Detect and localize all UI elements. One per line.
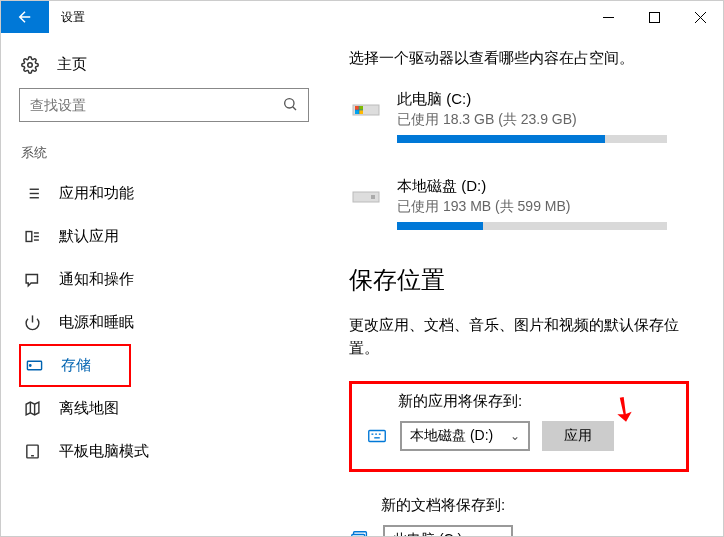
svg-rect-11 (26, 232, 32, 242)
svg-rect-30 (371, 195, 375, 199)
save-docs-group: 新的文档将保存到: 此电脑 (C:) ⌄ (349, 496, 689, 536)
drive-windows-icon (349, 94, 383, 118)
default-apps-icon (23, 228, 41, 246)
sidebar-item-label: 平板电脑模式 (59, 442, 149, 461)
back-button[interactable] (1, 1, 49, 33)
sidebar-section-label: 系统 (19, 140, 321, 172)
svg-rect-29 (353, 192, 379, 202)
sidebar-item-default-apps[interactable]: 默认应用 (19, 215, 321, 258)
drive-item-d[interactable]: 本地磁盘 (D:) 已使用 193 MB (共 599 MB) (349, 177, 703, 230)
main-content: 选择一个驱动器以查看哪些内容在占空间。 此电脑 (C:) 已使用 18.3 GB… (321, 33, 723, 536)
sidebar-item-label: 离线地图 (59, 399, 119, 418)
sidebar: 主页 系统 应用和功能 默认应用 通知和操作 (1, 33, 321, 536)
svg-rect-27 (355, 110, 359, 114)
window-title: 设置 (49, 9, 85, 26)
dropdown-value: 此电脑 (C:) (393, 531, 462, 536)
save-locations-desc: 更改应用、文档、音乐、图片和视频的默认保存位置。 (349, 314, 703, 359)
drive-usage: 已使用 193 MB (共 599 MB) (397, 198, 703, 216)
save-apps-group: ➘ 新的应用将保存到: 本地磁盘 (D:) ⌄ 应用 (349, 381, 689, 472)
drive-name: 本地磁盘 (D:) (397, 177, 703, 196)
search-input[interactable] (30, 97, 282, 113)
svg-rect-28 (359, 110, 363, 114)
close-button[interactable] (677, 1, 723, 33)
drive-icon (349, 181, 383, 205)
save-locations-header: 保存位置 (349, 264, 703, 296)
save-apps-dropdown[interactable]: 本地磁盘 (D:) ⌄ (400, 421, 530, 451)
sidebar-item-label: 通知和操作 (59, 270, 134, 289)
svg-line-4 (293, 106, 296, 109)
svg-rect-31 (369, 431, 386, 442)
drive-progress (397, 222, 667, 230)
documents-type-icon (349, 529, 371, 536)
save-apps-label: 新的应用将保存到: (366, 392, 672, 411)
dropdown-value: 本地磁盘 (D:) (410, 427, 493, 445)
tablet-icon (23, 443, 41, 461)
svg-rect-0 (603, 17, 614, 18)
drive-item-c[interactable]: 此电脑 (C:) 已使用 18.3 GB (共 23.9 GB) (349, 90, 703, 143)
storage-subtitle: 选择一个驱动器以查看哪些内容在占空间。 (349, 49, 703, 68)
sidebar-item-label: 存储 (61, 356, 91, 375)
home-label: 主页 (57, 55, 87, 74)
gear-icon (21, 56, 39, 74)
sidebar-item-label: 应用和功能 (59, 184, 134, 203)
svg-point-2 (28, 62, 33, 67)
sidebar-item-storage[interactable]: 存储 (19, 344, 131, 387)
chevron-down-icon: ⌄ (510, 429, 520, 443)
sidebar-item-label: 电源和睡眠 (59, 313, 134, 332)
apply-button[interactable]: 应用 (542, 421, 614, 451)
drive-progress (397, 135, 667, 143)
list-icon (23, 185, 41, 203)
svg-rect-1 (649, 12, 659, 22)
sidebar-item-notifications[interactable]: 通知和操作 (19, 258, 321, 301)
titlebar: 设置 (1, 1, 723, 33)
drive-usage: 已使用 18.3 GB (共 23.9 GB) (397, 111, 703, 129)
sidebar-item-tablet-mode[interactable]: 平板电脑模式 (19, 430, 321, 473)
svg-rect-26 (359, 106, 363, 110)
chevron-down-icon: ⌄ (493, 533, 503, 536)
apps-type-icon (366, 425, 388, 447)
svg-marker-18 (26, 402, 39, 415)
home-link[interactable]: 主页 (19, 45, 321, 88)
storage-icon (25, 357, 43, 375)
power-icon (23, 314, 41, 332)
svg-point-17 (29, 365, 30, 366)
search-icon (282, 96, 298, 115)
svg-rect-25 (355, 106, 359, 110)
svg-point-3 (285, 98, 294, 107)
map-icon (23, 400, 41, 418)
sidebar-item-label: 默认应用 (59, 227, 119, 246)
minimize-button[interactable] (585, 1, 631, 33)
search-box[interactable] (19, 88, 309, 122)
maximize-button[interactable] (631, 1, 677, 33)
drive-name: 此电脑 (C:) (397, 90, 703, 109)
svg-rect-37 (352, 535, 365, 537)
sidebar-item-offline-maps[interactable]: 离线地图 (19, 387, 321, 430)
save-docs-label: 新的文档将保存到: (349, 496, 689, 515)
sidebar-item-apps-features[interactable]: 应用和功能 (19, 172, 321, 215)
sidebar-item-power-sleep[interactable]: 电源和睡眠 (19, 301, 321, 344)
notifications-icon (23, 271, 41, 289)
save-docs-dropdown[interactable]: 此电脑 (C:) ⌄ (383, 525, 513, 536)
